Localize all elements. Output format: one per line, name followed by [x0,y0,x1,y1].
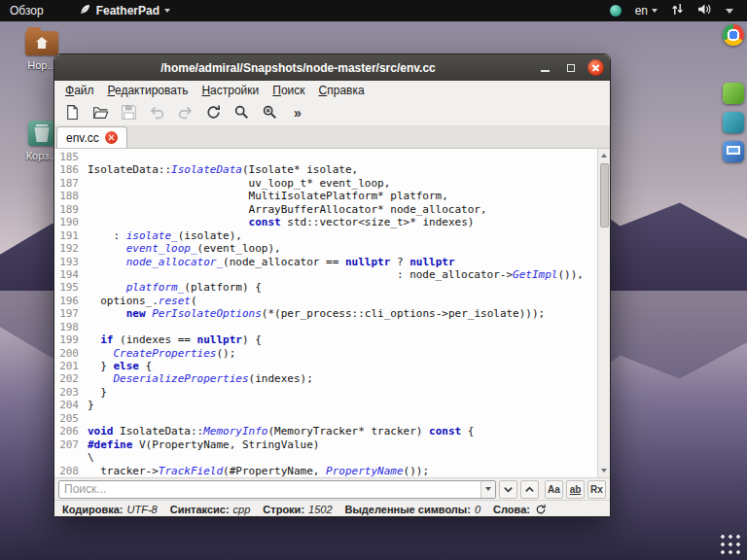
network-icon[interactable] [671,3,684,18]
code-area[interactable]: 185186IsolateData::IsolateData(Isolate* … [54,149,597,477]
maximize-button[interactable] [562,59,579,76]
code-line: 195 platform_(platform) { [54,281,597,294]
code-line: 205 [54,412,597,425]
line-number: 197 [54,307,79,320]
code-line: \ [54,451,597,464]
window-controls [537,54,604,81]
code-line: 206void IsolateData::MemoryInfo(MemoryTr… [54,425,597,438]
code-text: void IsolateData::MemoryInfo(MemoryTrack… [79,425,474,438]
line-number: 188 [54,190,79,202]
code-line: 207#define V(PropertyName, StringValue) [54,438,597,451]
featherpad-window: /home/admiral/Snapshots/node-master/src/… [53,53,611,517]
system-menu-chevron-icon[interactable] [726,9,733,14]
close-icon [108,134,115,141]
code-text: ArrayBufferAllocator* node_allocator, [79,203,487,216]
save-icon[interactable] [119,103,138,122]
undo-icon[interactable] [147,103,166,122]
system-tray: en [610,3,747,18]
line-number: 208 [54,465,79,477]
code-text: } [79,399,94,411]
code-line: 204} [54,399,597,411]
code-line: 201 } else { [54,360,597,372]
editor[interactable]: 185186IsolateData::IsolateData(Isolate* … [54,149,610,477]
menu-edit[interactable]: Редактировать [101,84,196,97]
line-number [54,451,79,464]
chrome-icon[interactable] [723,24,744,46]
app-menu-label: FeatherPad [96,4,160,18]
search-bar: AaabRx [54,477,610,500]
menu-help[interactable]: Справка [312,84,372,97]
search-input[interactable] [59,481,480,498]
code-text: #define V(PropertyName, StringValue) [79,438,319,451]
status-indicator-icon[interactable] [610,5,622,17]
title-bar[interactable]: /home/admiral/Snapshots/node-master/src/… [54,54,610,81]
code-line: 193 node_allocator_(node_allocator == nu… [54,256,597,268]
code-line: 202 DeserializeProperties(indexes); [54,372,597,385]
code-text: node_allocator_(node_allocator == nullpt… [79,256,455,268]
code-text: tracker->TrackField(#PropertyName, Prope… [79,465,429,477]
line-number: 187 [54,177,79,190]
show-apps-icon[interactable] [719,533,741,555]
line-number: 204 [54,399,79,411]
menu-file[interactable]: Файл [58,84,101,97]
regex-button[interactable]: Rx [587,480,606,499]
find-prev-button[interactable] [520,480,539,499]
app-blue-icon[interactable] [723,141,744,162]
volume-icon[interactable] [697,3,712,18]
close-button[interactable] [587,59,604,76]
scroll-up-arrow[interactable] [598,150,610,161]
whole-word-button[interactable]: ab [566,480,585,499]
code-text: DeserializeProperties(indexes); [79,372,313,385]
line-number: 193 [54,256,79,268]
word-count-refresh-button[interactable] [535,504,547,515]
app-menu-button[interactable]: FeatherPad [79,3,170,18]
minimize-button[interactable] [537,59,553,76]
app-teal-icon[interactable] [723,112,744,133]
keyboard-layout-indicator[interactable]: en [635,4,658,18]
open-file-icon[interactable] [90,103,110,122]
tab-close-button[interactable] [105,131,118,144]
code-line: 191 : isolate_(isolate), [54,229,597,242]
activities-button[interactable]: Обзор [10,4,44,18]
new-file-icon[interactable] [62,103,82,122]
match-case-button[interactable]: Aa [545,480,563,499]
redo-icon[interactable] [175,103,195,122]
line-number: 191 [54,229,79,242]
tab-env-cc[interactable]: env.cc [56,126,127,148]
app-green-icon[interactable] [723,83,744,104]
keyboard-layout-label: en [635,4,648,18]
lines-status: Строки:1502 [263,504,332,515]
hide-search-icon[interactable] [260,103,279,122]
code-text [79,151,88,163]
line-number: 207 [54,438,79,451]
code-text: \ [79,451,94,464]
code-text: platform_(platform) { [79,281,262,294]
window-title: /home/admiral/Snapshots/node-master/src/… [54,61,542,75]
reload-icon[interactable] [203,103,223,122]
search-icon[interactable] [231,103,251,122]
code-text: : node_allocator->GetImpl()), [79,268,584,281]
code-line: 198 [54,321,597,333]
tab-bar: env.cc [54,125,610,149]
code-line: 190 const std::vector<size_t>* indexes) [54,216,597,228]
line-number: 189 [54,203,79,216]
menu-search[interactable]: Поиск [266,84,311,97]
scrollbar-thumb[interactable] [600,163,609,228]
search-history-dropdown[interactable] [480,481,495,498]
line-number: 194 [54,268,79,281]
find-next-button[interactable] [499,480,517,499]
code-text: uv_loop_t* event_loop, [79,177,390,190]
scroll-down-arrow[interactable] [598,465,610,476]
vertical-scrollbar[interactable] [597,149,610,477]
featherpad-icon [79,3,91,18]
overflow-icon[interactable]: » [288,103,307,122]
search-toggles: AaabRx [545,480,606,499]
menu-options[interactable]: Настройки [195,84,266,97]
code-line: 208 tracker->TrackField(#PropertyName, P… [54,465,597,477]
code-line: 203 } [54,386,597,399]
code-text: } [79,386,107,399]
code-text: new PerIsolateOptions(*(per_process::cli… [79,307,545,320]
code-line: 187 uv_loop_t* event_loop, [54,177,597,190]
menu-bar: ФайлРедактироватьНастройкиПоискСправка [54,81,610,99]
line-number: 186 [54,163,79,176]
